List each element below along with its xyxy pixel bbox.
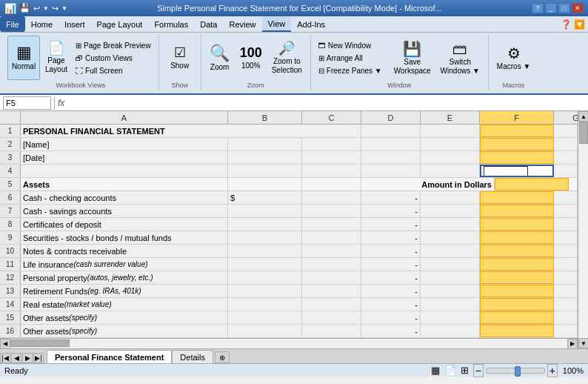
cell-c11[interactable] bbox=[302, 258, 361, 271]
view-layout-icon[interactable]: 📄 bbox=[444, 365, 456, 376]
cell-e7[interactable] bbox=[421, 205, 480, 217]
cell-g12[interactable] bbox=[554, 271, 578, 284]
cell-c5[interactable] bbox=[302, 178, 361, 191]
cell-d7[interactable]: - bbox=[361, 205, 421, 217]
cell-a2[interactable]: [Name] bbox=[21, 138, 228, 150]
menu-addins[interactable]: Add-Ins bbox=[291, 16, 331, 32]
scroll-down-btn[interactable]: ▼ bbox=[578, 338, 588, 348]
cell-g9[interactable] bbox=[554, 231, 578, 244]
cell-a5[interactable]: Assets bbox=[21, 178, 228, 191]
minimize-btn[interactable]: _ bbox=[545, 3, 557, 13]
cell-c15[interactable] bbox=[302, 311, 361, 324]
zoom-out-btn[interactable]: − bbox=[473, 364, 484, 377]
show-btn[interactable]: ☑ Show bbox=[164, 36, 196, 80]
tab-prev-btn[interactable]: ◀ bbox=[11, 353, 21, 363]
cell-f2[interactable] bbox=[480, 138, 554, 150]
name-box[interactable]: F5 bbox=[3, 96, 51, 110]
formula-input[interactable] bbox=[67, 96, 585, 110]
col-header-e[interactable]: E bbox=[421, 111, 480, 124]
cell-c14[interactable] bbox=[302, 298, 361, 311]
cell-e14[interactable] bbox=[421, 298, 480, 311]
cell-a9[interactable]: Securities - stocks / bonds / mutual fun… bbox=[21, 231, 228, 244]
cell-d5[interactable]: Amount in Dollars bbox=[361, 178, 495, 191]
cell-a1[interactable]: PERSONAL FINANCIAL STATEMENT bbox=[21, 125, 361, 137]
cell-a16[interactable]: Other assets (specify) bbox=[21, 325, 228, 337]
cell-c2[interactable] bbox=[302, 138, 361, 150]
cell-c12[interactable] bbox=[302, 271, 361, 284]
macros-btn[interactable]: ⚙ Macros ▼ bbox=[493, 36, 534, 80]
cell-g13[interactable] bbox=[554, 285, 578, 297]
cell-c7[interactable] bbox=[302, 205, 361, 217]
cell-d14[interactable]: - bbox=[361, 298, 421, 311]
cell-f10[interactable] bbox=[480, 245, 554, 257]
vertical-scroll-track[interactable] bbox=[578, 122, 588, 338]
qat-redo[interactable]: ↪ bbox=[52, 4, 59, 13]
cell-d8[interactable]: - bbox=[361, 218, 421, 231]
cell-b9[interactable] bbox=[228, 231, 302, 244]
cell-g2[interactable] bbox=[554, 138, 578, 150]
new-window-btn[interactable]: 🗔 New Window bbox=[315, 40, 385, 51]
cell-d3[interactable] bbox=[361, 151, 421, 164]
cell-g10[interactable] bbox=[554, 245, 578, 257]
cell-f7[interactable] bbox=[480, 205, 554, 217]
menu-page-layout[interactable]: Page Layout bbox=[91, 16, 149, 32]
col-header-a[interactable]: A bbox=[21, 111, 228, 124]
scroll-left-btn[interactable]: ◀ bbox=[0, 339, 10, 349]
cell-f1[interactable] bbox=[480, 125, 554, 137]
cell-f9[interactable] bbox=[480, 231, 554, 244]
col-header-d[interactable]: D bbox=[361, 111, 421, 124]
arrange-all-btn[interactable]: ⊞ Arrange All bbox=[315, 53, 385, 64]
cell-b8[interactable] bbox=[228, 218, 302, 231]
menu-review[interactable]: Review bbox=[223, 16, 261, 32]
col-header-g[interactable]: G bbox=[554, 111, 578, 124]
cell-c9[interactable] bbox=[302, 231, 361, 244]
maximize-btn[interactable]: □ bbox=[558, 3, 570, 13]
normal-btn[interactable]: ▦ Normal bbox=[7, 36, 40, 80]
cell-g15[interactable] bbox=[554, 311, 578, 324]
qat-save[interactable]: 💾 bbox=[19, 3, 30, 13]
cell-b11[interactable] bbox=[228, 258, 302, 271]
cell-g14[interactable] bbox=[554, 298, 578, 311]
cell-a3[interactable]: [Date] bbox=[21, 151, 228, 164]
view-preview-icon[interactable]: ⊞ bbox=[461, 365, 469, 376]
cell-b15[interactable] bbox=[228, 311, 302, 324]
cell-e6[interactable] bbox=[421, 191, 480, 204]
cell-b5[interactable] bbox=[228, 178, 302, 191]
cell-f16[interactable] bbox=[480, 325, 554, 337]
cell-g11[interactable] bbox=[554, 258, 578, 271]
cell-g3[interactable] bbox=[554, 151, 578, 164]
cell-d9[interactable]: - bbox=[361, 231, 421, 244]
cell-d12[interactable]: - bbox=[361, 271, 421, 284]
page-layout-btn[interactable]: 📄 PageLayout bbox=[41, 36, 71, 80]
cell-c1[interactable] bbox=[361, 125, 421, 137]
freeze-panes-btn[interactable]: ⊟ Freeze Panes ▼ bbox=[315, 65, 385, 76]
sheet-tab-details[interactable]: Details bbox=[172, 350, 213, 363]
menu-file[interactable]: File bbox=[0, 16, 25, 32]
custom-views-btn[interactable]: 🗗 Custom Views bbox=[73, 53, 154, 64]
cell-b10[interactable] bbox=[228, 245, 302, 257]
cell-a12[interactable]: Personal property (autos, jewelry, etc.) bbox=[21, 271, 228, 284]
qat-undo-dropdown[interactable]: ▼ bbox=[43, 5, 49, 12]
cell-g7[interactable] bbox=[554, 205, 578, 217]
cell-d10[interactable]: - bbox=[361, 245, 421, 257]
menu-data[interactable]: Data bbox=[194, 16, 223, 32]
sheet-tab-finance[interactable]: Personal Finance Statement bbox=[47, 350, 172, 363]
cell-f12[interactable] bbox=[480, 271, 554, 284]
cell-b6[interactable]: $ bbox=[228, 191, 302, 204]
cell-a8[interactable]: Certificates of deposit bbox=[21, 218, 228, 231]
cell-f6[interactable] bbox=[480, 191, 554, 204]
help-icon[interactable]: ❓ bbox=[561, 19, 572, 30]
cell-a13[interactable]: Retirement Funds (eg. IRAs, 401k) bbox=[21, 285, 228, 297]
cell-b3[interactable] bbox=[228, 151, 302, 164]
col-header-b[interactable]: B bbox=[228, 111, 302, 124]
cell-f8[interactable] bbox=[480, 218, 554, 231]
right-scrollbar[interactable]: ▲ ▼ bbox=[578, 111, 588, 348]
menu-home[interactable]: Home bbox=[25, 16, 59, 32]
menu-view[interactable]: View bbox=[262, 16, 292, 32]
cell-c6[interactable] bbox=[302, 191, 361, 204]
cell-d2[interactable] bbox=[361, 138, 421, 150]
cell-e9[interactable] bbox=[421, 231, 480, 244]
zoom-btn[interactable]: 🔍 Zoom bbox=[206, 36, 234, 80]
scroll-right-btn[interactable]: ▶ bbox=[567, 339, 578, 349]
cell-f5[interactable] bbox=[495, 178, 569, 191]
